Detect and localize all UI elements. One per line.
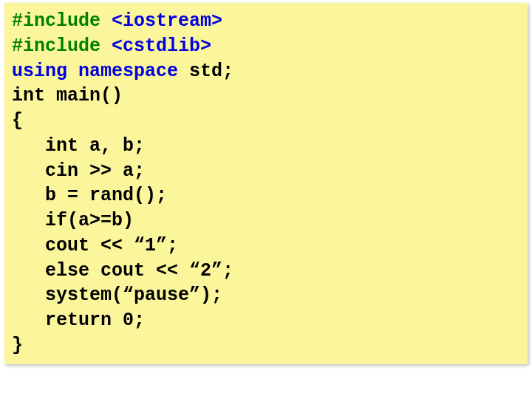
code-block: #include <iostream> #include <cstdlib> u… (4, 3, 528, 364)
code-line: cout << “1”; (12, 233, 520, 259)
code-text: } (12, 335, 23, 356)
keyword-token: using namespace (12, 61, 178, 82)
code-text: cin >> a; (12, 160, 145, 182)
code-text: b = rand(); (12, 185, 167, 206)
code-line: #include <cstdlib> (12, 34, 520, 59)
code-line: using namespace std; (12, 59, 520, 84)
code-text: system(“pause”); (12, 284, 222, 306)
code-line: else cout << “2”; (12, 259, 520, 284)
code-text: int a, b; (12, 135, 145, 157)
code-text: if(a>=b) (12, 210, 134, 231)
code-text: { (12, 110, 23, 132)
code-text: std; (178, 61, 233, 82)
code-line: int a, b; (12, 134, 520, 159)
code-line: } (12, 333, 520, 358)
header-token: <cstdlib> (112, 35, 211, 57)
header-token: <iostream> (112, 10, 222, 32)
code-line: system(“pause”); (12, 283, 520, 308)
code-line: { (12, 109, 520, 134)
code-text: int main() (12, 85, 123, 106)
code-text: return 0; (12, 310, 145, 331)
code-text: cout << “1”; (12, 235, 178, 256)
code-text: else cout << “2”; (12, 260, 233, 282)
preprocessor-token: #include (12, 10, 112, 32)
preprocessor-token: #include (12, 35, 112, 57)
code-line: #include <iostream> (12, 9, 520, 34)
code-line: if(a>=b) (12, 208, 520, 233)
code-line: b = rand(); (12, 183, 520, 208)
code-line: cin >> a; (12, 159, 520, 184)
code-line: int main() (12, 83, 520, 109)
code-line: return 0; (12, 308, 520, 333)
